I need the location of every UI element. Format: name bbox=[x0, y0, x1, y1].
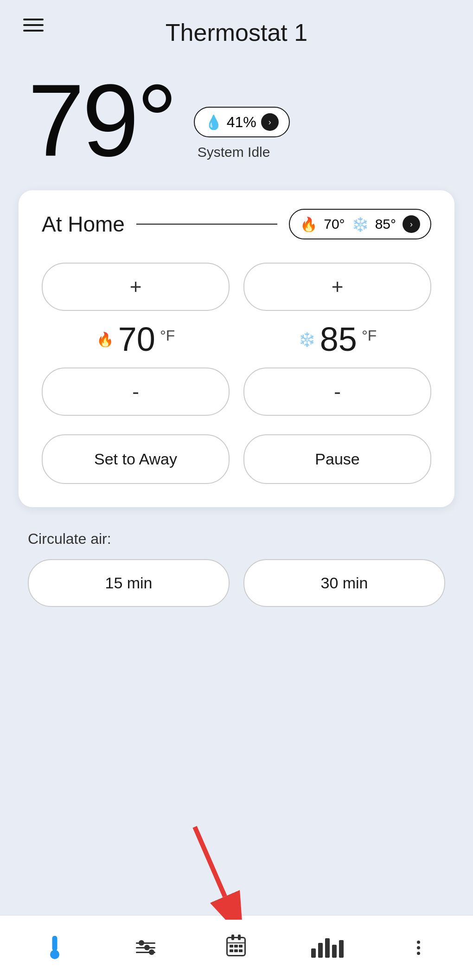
sliders-icon bbox=[136, 942, 155, 953]
svg-rect-4 bbox=[53, 949, 56, 955]
thermometer-icon bbox=[45, 936, 64, 960]
pause-button[interactable]: Pause bbox=[243, 434, 431, 484]
calendar-icon bbox=[226, 937, 246, 956]
heat-value: 🔥 70 °F bbox=[96, 320, 175, 358]
app-header: Thermostat 1 bbox=[0, 0, 473, 56]
mode-label: At Home bbox=[42, 212, 125, 237]
cool-unit: °F bbox=[362, 327, 377, 344]
temperature-info: 💧 41% › System Idle bbox=[194, 107, 290, 160]
humidity-badge[interactable]: 💧 41% › bbox=[194, 107, 290, 137]
heat-decrease-button[interactable]: - bbox=[42, 368, 230, 416]
annotation-arrow bbox=[158, 818, 260, 920]
cool-snow-icon: ❄️ bbox=[298, 331, 315, 348]
cool-control: + ❄️ 85 °F - bbox=[243, 263, 431, 416]
nav-item-schedule[interactable] bbox=[204, 916, 269, 980]
temperature-display: 79° 💧 41% › System Idle bbox=[0, 56, 473, 190]
bottom-nav bbox=[0, 915, 473, 980]
system-status: System Idle bbox=[198, 144, 270, 160]
circulate-buttons: 15 min 30 min bbox=[28, 559, 445, 607]
temp-range-arrow-icon: › bbox=[403, 215, 420, 233]
circulate-section: Circulate air: 15 min 30 min bbox=[0, 526, 473, 625]
more-icon bbox=[417, 941, 420, 955]
temperature-controls: + 🔥 70 °F - + ❄️ 85 °F - bbox=[42, 263, 431, 416]
humidity-icon: 💧 bbox=[205, 114, 222, 130]
nav-item-thermostat[interactable] bbox=[22, 916, 87, 980]
svg-rect-2 bbox=[52, 936, 57, 951]
fire-icon: 🔥 bbox=[300, 216, 317, 232]
heat-fire-icon: 🔥 bbox=[96, 331, 114, 348]
heat-unit: °F bbox=[160, 327, 175, 344]
current-temperature: 79° bbox=[28, 70, 175, 172]
temp-range-badge[interactable]: 🔥 70° ❄️ 85° › bbox=[289, 209, 431, 239]
nav-item-stats[interactable] bbox=[295, 916, 360, 980]
mode-divider bbox=[136, 224, 277, 225]
page-title: Thermostat 1 bbox=[166, 19, 307, 46]
card-header: At Home 🔥 70° ❄️ 85° › bbox=[42, 209, 431, 239]
circulate-15min-button[interactable]: 15 min bbox=[28, 559, 230, 607]
circulate-30min-button[interactable]: 30 min bbox=[243, 559, 445, 607]
humidity-arrow-icon: › bbox=[261, 113, 279, 131]
nav-item-settings[interactable] bbox=[113, 916, 178, 980]
control-card: At Home 🔥 70° ❄️ 85° › + 🔥 70 °F - + ❄️ bbox=[19, 190, 454, 507]
snow-icon: ❄️ bbox=[352, 216, 369, 232]
heat-control: + 🔥 70 °F - bbox=[42, 263, 230, 416]
nav-item-more[interactable] bbox=[386, 916, 451, 980]
cool-value: ❄️ 85 °F bbox=[298, 320, 377, 358]
humidity-value: 41% bbox=[227, 114, 256, 131]
heat-increase-button[interactable]: + bbox=[42, 263, 230, 311]
heat-setpoint-badge: 70° bbox=[324, 216, 345, 232]
menu-button[interactable] bbox=[23, 19, 44, 32]
cool-setpoint-badge: 85° bbox=[375, 216, 396, 232]
action-buttons: Set to Away Pause bbox=[42, 434, 431, 484]
set-to-away-button[interactable]: Set to Away bbox=[42, 434, 230, 484]
cool-decrease-button[interactable]: - bbox=[243, 368, 431, 416]
circulate-label: Circulate air: bbox=[28, 530, 445, 548]
bar-chart-icon bbox=[311, 938, 344, 958]
cool-increase-button[interactable]: + bbox=[243, 263, 431, 311]
svg-line-1 bbox=[195, 827, 225, 896]
